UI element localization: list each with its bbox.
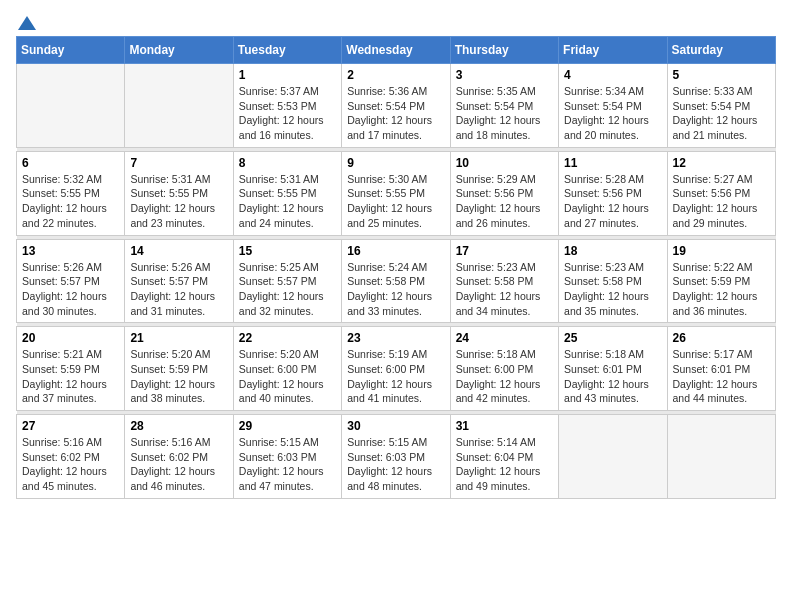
calendar-week-row: 13Sunrise: 5:26 AMSunset: 5:57 PMDayligh… bbox=[17, 239, 776, 323]
day-info: Sunrise: 5:23 AMSunset: 5:58 PMDaylight:… bbox=[564, 260, 661, 319]
calendar-cell: 14Sunrise: 5:26 AMSunset: 5:57 PMDayligh… bbox=[125, 239, 233, 323]
day-info: Sunrise: 5:28 AMSunset: 5:56 PMDaylight:… bbox=[564, 172, 661, 231]
calendar-cell: 10Sunrise: 5:29 AMSunset: 5:56 PMDayligh… bbox=[450, 151, 558, 235]
calendar-cell: 23Sunrise: 5:19 AMSunset: 6:00 PMDayligh… bbox=[342, 327, 450, 411]
calendar-cell: 5Sunrise: 5:33 AMSunset: 5:54 PMDaylight… bbox=[667, 64, 775, 148]
day-number: 29 bbox=[239, 419, 336, 433]
calendar-header-thursday: Thursday bbox=[450, 37, 558, 64]
day-number: 12 bbox=[673, 156, 770, 170]
calendar-cell bbox=[559, 415, 667, 499]
day-info: Sunrise: 5:18 AMSunset: 6:01 PMDaylight:… bbox=[564, 347, 661, 406]
calendar-cell: 15Sunrise: 5:25 AMSunset: 5:57 PMDayligh… bbox=[233, 239, 341, 323]
day-number: 30 bbox=[347, 419, 444, 433]
calendar-week-row: 6Sunrise: 5:32 AMSunset: 5:55 PMDaylight… bbox=[17, 151, 776, 235]
day-number: 27 bbox=[22, 419, 119, 433]
day-info: Sunrise: 5:24 AMSunset: 5:58 PMDaylight:… bbox=[347, 260, 444, 319]
logo-icon bbox=[18, 14, 36, 32]
calendar-cell: 31Sunrise: 5:14 AMSunset: 6:04 PMDayligh… bbox=[450, 415, 558, 499]
day-info: Sunrise: 5:36 AMSunset: 5:54 PMDaylight:… bbox=[347, 84, 444, 143]
logo bbox=[16, 16, 36, 28]
day-info: Sunrise: 5:30 AMSunset: 5:55 PMDaylight:… bbox=[347, 172, 444, 231]
day-info: Sunrise: 5:35 AMSunset: 5:54 PMDaylight:… bbox=[456, 84, 553, 143]
day-number: 23 bbox=[347, 331, 444, 345]
day-info: Sunrise: 5:16 AMSunset: 6:02 PMDaylight:… bbox=[22, 435, 119, 494]
day-info: Sunrise: 5:22 AMSunset: 5:59 PMDaylight:… bbox=[673, 260, 770, 319]
day-info: Sunrise: 5:25 AMSunset: 5:57 PMDaylight:… bbox=[239, 260, 336, 319]
day-info: Sunrise: 5:23 AMSunset: 5:58 PMDaylight:… bbox=[456, 260, 553, 319]
day-number: 5 bbox=[673, 68, 770, 82]
day-number: 9 bbox=[347, 156, 444, 170]
day-info: Sunrise: 5:27 AMSunset: 5:56 PMDaylight:… bbox=[673, 172, 770, 231]
day-number: 1 bbox=[239, 68, 336, 82]
calendar-cell: 30Sunrise: 5:15 AMSunset: 6:03 PMDayligh… bbox=[342, 415, 450, 499]
day-number: 15 bbox=[239, 244, 336, 258]
day-info: Sunrise: 5:20 AMSunset: 5:59 PMDaylight:… bbox=[130, 347, 227, 406]
day-info: Sunrise: 5:37 AMSunset: 5:53 PMDaylight:… bbox=[239, 84, 336, 143]
day-info: Sunrise: 5:29 AMSunset: 5:56 PMDaylight:… bbox=[456, 172, 553, 231]
day-info: Sunrise: 5:14 AMSunset: 6:04 PMDaylight:… bbox=[456, 435, 553, 494]
calendar-header-friday: Friday bbox=[559, 37, 667, 64]
calendar-header-saturday: Saturday bbox=[667, 37, 775, 64]
day-info: Sunrise: 5:34 AMSunset: 5:54 PMDaylight:… bbox=[564, 84, 661, 143]
day-number: 13 bbox=[22, 244, 119, 258]
calendar-cell: 11Sunrise: 5:28 AMSunset: 5:56 PMDayligh… bbox=[559, 151, 667, 235]
svg-marker-0 bbox=[18, 16, 36, 30]
day-info: Sunrise: 5:26 AMSunset: 5:57 PMDaylight:… bbox=[130, 260, 227, 319]
day-number: 25 bbox=[564, 331, 661, 345]
day-number: 31 bbox=[456, 419, 553, 433]
day-info: Sunrise: 5:31 AMSunset: 5:55 PMDaylight:… bbox=[239, 172, 336, 231]
day-number: 21 bbox=[130, 331, 227, 345]
day-number: 18 bbox=[564, 244, 661, 258]
day-number: 8 bbox=[239, 156, 336, 170]
calendar-cell: 16Sunrise: 5:24 AMSunset: 5:58 PMDayligh… bbox=[342, 239, 450, 323]
day-info: Sunrise: 5:21 AMSunset: 5:59 PMDaylight:… bbox=[22, 347, 119, 406]
day-number: 19 bbox=[673, 244, 770, 258]
day-number: 4 bbox=[564, 68, 661, 82]
day-number: 16 bbox=[347, 244, 444, 258]
calendar-cell: 13Sunrise: 5:26 AMSunset: 5:57 PMDayligh… bbox=[17, 239, 125, 323]
day-number: 14 bbox=[130, 244, 227, 258]
day-number: 6 bbox=[22, 156, 119, 170]
calendar-cell bbox=[17, 64, 125, 148]
day-number: 7 bbox=[130, 156, 227, 170]
day-number: 20 bbox=[22, 331, 119, 345]
calendar-cell: 4Sunrise: 5:34 AMSunset: 5:54 PMDaylight… bbox=[559, 64, 667, 148]
day-number: 22 bbox=[239, 331, 336, 345]
calendar-cell: 2Sunrise: 5:36 AMSunset: 5:54 PMDaylight… bbox=[342, 64, 450, 148]
calendar-week-row: 20Sunrise: 5:21 AMSunset: 5:59 PMDayligh… bbox=[17, 327, 776, 411]
day-number: 10 bbox=[456, 156, 553, 170]
calendar-cell: 17Sunrise: 5:23 AMSunset: 5:58 PMDayligh… bbox=[450, 239, 558, 323]
page-header bbox=[16, 16, 776, 28]
calendar-cell bbox=[125, 64, 233, 148]
calendar-cell: 18Sunrise: 5:23 AMSunset: 5:58 PMDayligh… bbox=[559, 239, 667, 323]
calendar-cell: 22Sunrise: 5:20 AMSunset: 6:00 PMDayligh… bbox=[233, 327, 341, 411]
day-info: Sunrise: 5:32 AMSunset: 5:55 PMDaylight:… bbox=[22, 172, 119, 231]
calendar-cell: 28Sunrise: 5:16 AMSunset: 6:02 PMDayligh… bbox=[125, 415, 233, 499]
calendar-cell bbox=[667, 415, 775, 499]
calendar-header-wednesday: Wednesday bbox=[342, 37, 450, 64]
calendar-cell: 3Sunrise: 5:35 AMSunset: 5:54 PMDaylight… bbox=[450, 64, 558, 148]
calendar-cell: 7Sunrise: 5:31 AMSunset: 5:55 PMDaylight… bbox=[125, 151, 233, 235]
calendar-cell: 25Sunrise: 5:18 AMSunset: 6:01 PMDayligh… bbox=[559, 327, 667, 411]
day-info: Sunrise: 5:20 AMSunset: 6:00 PMDaylight:… bbox=[239, 347, 336, 406]
day-info: Sunrise: 5:17 AMSunset: 6:01 PMDaylight:… bbox=[673, 347, 770, 406]
calendar-cell: 9Sunrise: 5:30 AMSunset: 5:55 PMDaylight… bbox=[342, 151, 450, 235]
calendar-header-row: SundayMondayTuesdayWednesdayThursdayFrid… bbox=[17, 37, 776, 64]
day-info: Sunrise: 5:19 AMSunset: 6:00 PMDaylight:… bbox=[347, 347, 444, 406]
day-number: 24 bbox=[456, 331, 553, 345]
day-number: 26 bbox=[673, 331, 770, 345]
day-info: Sunrise: 5:33 AMSunset: 5:54 PMDaylight:… bbox=[673, 84, 770, 143]
day-info: Sunrise: 5:15 AMSunset: 6:03 PMDaylight:… bbox=[347, 435, 444, 494]
calendar-table: SundayMondayTuesdayWednesdayThursdayFrid… bbox=[16, 36, 776, 499]
calendar-cell: 24Sunrise: 5:18 AMSunset: 6:00 PMDayligh… bbox=[450, 327, 558, 411]
day-info: Sunrise: 5:26 AMSunset: 5:57 PMDaylight:… bbox=[22, 260, 119, 319]
day-number: 3 bbox=[456, 68, 553, 82]
calendar-header-monday: Monday bbox=[125, 37, 233, 64]
calendar-cell: 27Sunrise: 5:16 AMSunset: 6:02 PMDayligh… bbox=[17, 415, 125, 499]
calendar-cell: 21Sunrise: 5:20 AMSunset: 5:59 PMDayligh… bbox=[125, 327, 233, 411]
calendar-cell: 26Sunrise: 5:17 AMSunset: 6:01 PMDayligh… bbox=[667, 327, 775, 411]
calendar-cell: 29Sunrise: 5:15 AMSunset: 6:03 PMDayligh… bbox=[233, 415, 341, 499]
calendar-cell: 19Sunrise: 5:22 AMSunset: 5:59 PMDayligh… bbox=[667, 239, 775, 323]
calendar-week-row: 1Sunrise: 5:37 AMSunset: 5:53 PMDaylight… bbox=[17, 64, 776, 148]
day-number: 28 bbox=[130, 419, 227, 433]
